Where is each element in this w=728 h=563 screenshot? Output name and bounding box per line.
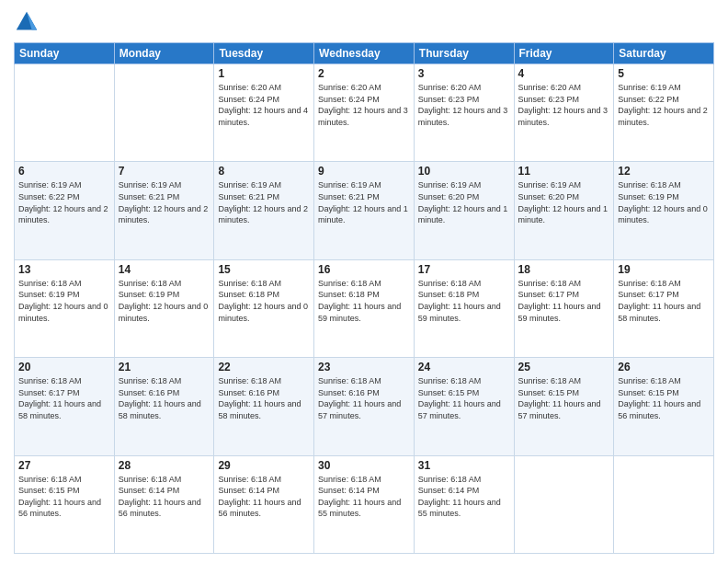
- calendar-cell: 21Sunrise: 6:18 AM Sunset: 6:16 PM Dayli…: [114, 358, 214, 455]
- day-info: Sunrise: 6:18 AM Sunset: 6:17 PM Dayligh…: [618, 278, 710, 324]
- day-info: Sunrise: 6:18 AM Sunset: 6:18 PM Dayligh…: [318, 278, 410, 324]
- calendar-table: SundayMondayTuesdayWednesdayThursdayFrid…: [14, 42, 714, 554]
- day-info: Sunrise: 6:18 AM Sunset: 6:19 PM Dayligh…: [119, 278, 210, 324]
- day-number: 28: [119, 459, 210, 472]
- day-info: Sunrise: 6:19 AM Sunset: 6:22 PM Dayligh…: [618, 82, 710, 128]
- calendar-cell: 4Sunrise: 6:20 AM Sunset: 6:23 PM Daylig…: [514, 64, 614, 162]
- day-info: Sunrise: 6:19 AM Sunset: 6:20 PM Dayligh…: [418, 179, 510, 225]
- day-number: 19: [618, 263, 710, 276]
- calendar-cell: 26Sunrise: 6:18 AM Sunset: 6:15 PM Dayli…: [614, 358, 714, 455]
- calendar-cell: 11Sunrise: 6:19 AM Sunset: 6:20 PM Dayli…: [514, 162, 614, 259]
- day-info: Sunrise: 6:18 AM Sunset: 6:15 PM Dayligh…: [518, 375, 610, 421]
- calendar-cell: 8Sunrise: 6:19 AM Sunset: 6:21 PM Daylig…: [214, 162, 314, 259]
- day-info: Sunrise: 6:18 AM Sunset: 6:15 PM Dayligh…: [418, 375, 510, 421]
- day-info: Sunrise: 6:20 AM Sunset: 6:24 PM Dayligh…: [318, 82, 410, 128]
- day-info: Sunrise: 6:19 AM Sunset: 6:20 PM Dayligh…: [518, 179, 610, 225]
- day-number: 20: [18, 361, 110, 373]
- day-of-week-friday: Friday: [514, 43, 614, 64]
- week-row-1: 1Sunrise: 6:20 AM Sunset: 6:24 PM Daylig…: [15, 64, 714, 162]
- day-number: 13: [18, 263, 110, 276]
- day-number: 23: [318, 361, 410, 373]
- day-number: 6: [18, 165, 110, 178]
- day-info: Sunrise: 6:18 AM Sunset: 6:18 PM Dayligh…: [418, 278, 510, 324]
- day-info: Sunrise: 6:18 AM Sunset: 6:15 PM Dayligh…: [618, 375, 710, 421]
- calendar-cell: 6Sunrise: 6:19 AM Sunset: 6:22 PM Daylig…: [15, 162, 115, 259]
- day-number: 8: [218, 165, 310, 178]
- day-info: Sunrise: 6:18 AM Sunset: 6:16 PM Dayligh…: [218, 375, 310, 421]
- logo-icon: [14, 9, 40, 35]
- calendar-cell: 20Sunrise: 6:18 AM Sunset: 6:17 PM Dayli…: [15, 358, 115, 455]
- day-of-week-tuesday: Tuesday: [214, 43, 314, 64]
- day-info: Sunrise: 6:18 AM Sunset: 6:19 PM Dayligh…: [618, 179, 710, 225]
- day-number: 11: [518, 165, 610, 178]
- day-info: Sunrise: 6:19 AM Sunset: 6:21 PM Dayligh…: [218, 179, 310, 225]
- week-row-2: 6Sunrise: 6:19 AM Sunset: 6:22 PM Daylig…: [15, 162, 714, 259]
- day-of-week-saturday: Saturday: [614, 43, 714, 64]
- day-number: 16: [318, 263, 410, 276]
- day-info: Sunrise: 6:20 AM Sunset: 6:23 PM Dayligh…: [518, 82, 610, 128]
- day-number: 29: [218, 459, 310, 472]
- calendar-cell: 12Sunrise: 6:18 AM Sunset: 6:19 PM Dayli…: [614, 162, 714, 259]
- day-info: Sunrise: 6:20 AM Sunset: 6:23 PM Dayligh…: [418, 82, 510, 128]
- week-row-3: 13Sunrise: 6:18 AM Sunset: 6:19 PM Dayli…: [15, 259, 714, 357]
- day-number: 4: [518, 67, 610, 80]
- day-number: 14: [119, 263, 210, 276]
- day-info: Sunrise: 6:19 AM Sunset: 6:21 PM Dayligh…: [318, 179, 410, 225]
- day-info: Sunrise: 6:19 AM Sunset: 6:21 PM Dayligh…: [119, 179, 210, 225]
- calendar-cell: 18Sunrise: 6:18 AM Sunset: 6:17 PM Dayli…: [514, 259, 614, 357]
- calendar-cell: 14Sunrise: 6:18 AM Sunset: 6:19 PM Dayli…: [114, 259, 214, 357]
- calendar-cell: [514, 455, 614, 553]
- day-of-week-sunday: Sunday: [15, 43, 115, 64]
- logo: [14, 9, 43, 35]
- week-row-5: 27Sunrise: 6:18 AM Sunset: 6:15 PM Dayli…: [15, 455, 714, 553]
- calendar-cell: 10Sunrise: 6:19 AM Sunset: 6:20 PM Dayli…: [414, 162, 514, 259]
- calendar-cell: 7Sunrise: 6:19 AM Sunset: 6:21 PM Daylig…: [114, 162, 214, 259]
- day-of-week-thursday: Thursday: [414, 43, 514, 64]
- calendar-cell: [15, 64, 115, 162]
- calendar-cell: 16Sunrise: 6:18 AM Sunset: 6:18 PM Dayli…: [314, 259, 415, 357]
- day-number: 30: [318, 459, 410, 472]
- calendar-cell: 25Sunrise: 6:18 AM Sunset: 6:15 PM Dayli…: [514, 358, 614, 455]
- day-info: Sunrise: 6:18 AM Sunset: 6:17 PM Dayligh…: [518, 278, 610, 324]
- day-number: 25: [518, 361, 610, 373]
- calendar-cell: 9Sunrise: 6:19 AM Sunset: 6:21 PM Daylig…: [314, 162, 415, 259]
- calendar-cell: 2Sunrise: 6:20 AM Sunset: 6:24 PM Daylig…: [314, 64, 415, 162]
- day-number: 31: [418, 459, 510, 472]
- day-number: 22: [218, 361, 310, 373]
- day-info: Sunrise: 6:18 AM Sunset: 6:14 PM Dayligh…: [318, 474, 410, 520]
- day-number: 3: [418, 67, 510, 80]
- day-info: Sunrise: 6:18 AM Sunset: 6:14 PM Dayligh…: [119, 474, 210, 520]
- calendar-cell: 22Sunrise: 6:18 AM Sunset: 6:16 PM Dayli…: [214, 358, 314, 455]
- day-of-week-wednesday: Wednesday: [314, 43, 415, 64]
- day-number: 24: [418, 361, 510, 373]
- day-info: Sunrise: 6:18 AM Sunset: 6:14 PM Dayligh…: [418, 474, 510, 520]
- day-number: 7: [119, 165, 210, 178]
- day-number: 12: [618, 165, 710, 178]
- day-info: Sunrise: 6:18 AM Sunset: 6:14 PM Dayligh…: [218, 474, 310, 520]
- day-info: Sunrise: 6:18 AM Sunset: 6:18 PM Dayligh…: [218, 278, 310, 324]
- day-number: 5: [618, 67, 710, 80]
- day-number: 21: [119, 361, 210, 373]
- day-info: Sunrise: 6:19 AM Sunset: 6:22 PM Dayligh…: [18, 179, 110, 225]
- calendar-cell: 30Sunrise: 6:18 AM Sunset: 6:14 PM Dayli…: [314, 455, 415, 553]
- calendar-cell: [114, 64, 214, 162]
- day-number: 2: [318, 67, 410, 80]
- day-number: 9: [318, 165, 410, 178]
- calendar-cell: 19Sunrise: 6:18 AM Sunset: 6:17 PM Dayli…: [614, 259, 714, 357]
- calendar-cell: 1Sunrise: 6:20 AM Sunset: 6:24 PM Daylig…: [214, 64, 314, 162]
- day-info: Sunrise: 6:18 AM Sunset: 6:16 PM Dayligh…: [318, 375, 410, 421]
- day-number: 26: [618, 361, 710, 373]
- calendar-cell: 13Sunrise: 6:18 AM Sunset: 6:19 PM Dayli…: [15, 259, 115, 357]
- header-row: SundayMondayTuesdayWednesdayThursdayFrid…: [15, 43, 714, 64]
- calendar-cell: 5Sunrise: 6:19 AM Sunset: 6:22 PM Daylig…: [614, 64, 714, 162]
- day-info: Sunrise: 6:18 AM Sunset: 6:15 PM Dayligh…: [18, 474, 110, 520]
- day-info: Sunrise: 6:18 AM Sunset: 6:17 PM Dayligh…: [18, 375, 110, 421]
- calendar-cell: 28Sunrise: 6:18 AM Sunset: 6:14 PM Dayli…: [114, 455, 214, 553]
- day-info: Sunrise: 6:20 AM Sunset: 6:24 PM Dayligh…: [218, 82, 310, 128]
- calendar-cell: 29Sunrise: 6:18 AM Sunset: 6:14 PM Dayli…: [214, 455, 314, 553]
- calendar-cell: 27Sunrise: 6:18 AM Sunset: 6:15 PM Dayli…: [15, 455, 115, 553]
- day-number: 27: [18, 459, 110, 472]
- calendar-cell: 17Sunrise: 6:18 AM Sunset: 6:18 PM Dayli…: [414, 259, 514, 357]
- day-info: Sunrise: 6:18 AM Sunset: 6:19 PM Dayligh…: [18, 278, 110, 324]
- day-number: 1: [218, 67, 310, 80]
